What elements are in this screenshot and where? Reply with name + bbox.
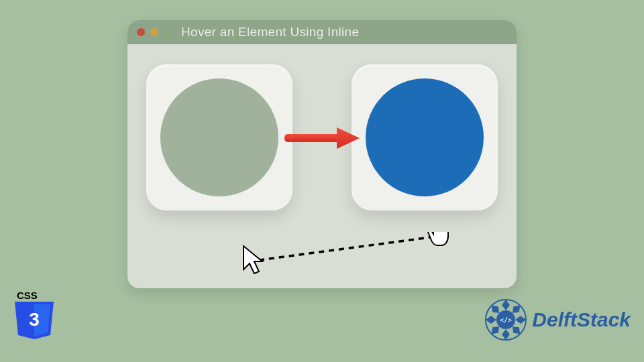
circle-hover	[366, 78, 484, 196]
css3-badge-icon: CSS 3	[13, 291, 55, 341]
delftstack-name: DelftStack	[532, 308, 631, 331]
cursor-path-illustration	[241, 232, 463, 286]
minimize-icon[interactable]	[150, 28, 158, 36]
svg-text:</>: </>	[500, 316, 512, 324]
circle-default	[160, 78, 278, 196]
css3-label: CSS	[17, 291, 38, 301]
transition-arrow-icon	[282, 125, 362, 152]
traffic-lights	[137, 28, 172, 36]
maximize-icon[interactable]	[164, 28, 172, 36]
hand-cursor-icon	[428, 232, 448, 245]
browser-window: Hover an Element Using Inline	[127, 20, 517, 288]
tile-hover-state	[352, 64, 498, 210]
svg-rect-0	[284, 134, 341, 142]
window-title: Hover an Element Using Inline	[181, 25, 359, 40]
close-icon[interactable]	[137, 28, 145, 36]
arrow-cursor-icon	[244, 246, 262, 274]
tile-default-state	[146, 64, 292, 210]
titlebar: Hover an Element Using Inline	[127, 20, 517, 44]
window-content	[127, 44, 517, 288]
delftstack-logo: </> DelftStack	[484, 298, 631, 342]
delftstack-emblem-icon: </>	[484, 298, 528, 342]
css3-number: 3	[29, 309, 40, 330]
